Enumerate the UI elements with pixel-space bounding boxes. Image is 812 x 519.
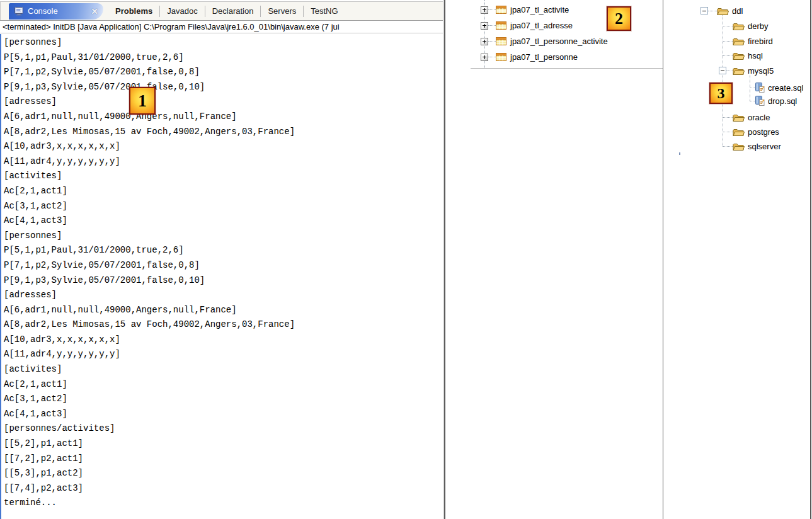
console-line: [personnes/activites] bbox=[4, 421, 443, 436]
file-tree-item[interactable]: drop.sql bbox=[664, 94, 810, 107]
tab-console[interactable]: Console ✕ bbox=[9, 3, 103, 20]
tree-branch bbox=[488, 25, 496, 26]
console-line: A[6,adr1,null,null,49000,Angers,null,Fra… bbox=[4, 110, 443, 125]
console-line: [[5,3],p1,act2] bbox=[4, 466, 443, 481]
console-line: terminé... bbox=[4, 496, 443, 511]
tab-javadoc[interactable]: Javadoc bbox=[160, 5, 204, 18]
console-line: [activites] bbox=[4, 169, 443, 184]
console-line: Ac[2,1,act1] bbox=[4, 377, 443, 392]
panel-divider bbox=[443, 0, 443, 519]
collapse-icon[interactable] bbox=[700, 7, 708, 14]
console-line: A[6,adr1,null,null,49000,Angers,null,Fra… bbox=[4, 303, 443, 318]
console-line: Ac[3,1,act2] bbox=[4, 392, 443, 407]
folder-name[interactable]: derby bbox=[748, 21, 769, 31]
expand-icon[interactable] bbox=[481, 22, 488, 30]
clip-edge bbox=[471, 68, 663, 69]
screenshot-root: Console ✕ Problems Javadoc Declaration S… bbox=[0, 0, 812, 519]
callout-badge-3: 3 bbox=[709, 83, 733, 104]
folder-tree-item[interactable]: firebird bbox=[664, 35, 810, 47]
db-tables-panel: jpa07_tl_activite jpa07_tl_adresse jpa07… bbox=[445, 0, 663, 519]
tree-branch bbox=[723, 41, 733, 42]
tree-branch bbox=[723, 55, 733, 56]
folder-name[interactable]: mysql5 bbox=[748, 66, 774, 76]
folder-name[interactable]: sqlserver bbox=[748, 142, 781, 151]
table-icon bbox=[496, 37, 506, 46]
tab-declaration[interactable]: Declaration bbox=[205, 5, 261, 18]
tree-branch bbox=[723, 117, 733, 118]
console-output[interactable]: [personnes] P[5,1,p1,Paul,31/01/2000,tru… bbox=[0, 34, 443, 519]
file-tree-item[interactable]: create.sql bbox=[664, 81, 810, 94]
folder-tree-item-ddl[interactable]: ddl bbox=[664, 4, 810, 17]
folder-icon bbox=[733, 113, 745, 122]
table-icon bbox=[496, 21, 506, 30]
console-line: P[7,1,p2,Sylvie,05/07/2001,false,0,8] bbox=[4, 65, 443, 80]
folder-name[interactable]: postgres bbox=[748, 127, 779, 137]
folder-icon bbox=[733, 51, 745, 60]
sql-file-icon bbox=[755, 96, 765, 106]
tab-console-label: Console bbox=[28, 6, 87, 16]
console-line: Ac[3,1,act2] bbox=[4, 199, 443, 214]
folder-name[interactable]: firebird bbox=[748, 37, 773, 46]
tree-branch bbox=[708, 11, 717, 11]
collapse-icon[interactable] bbox=[719, 67, 726, 74]
folder-tree-item[interactable]: hsql bbox=[664, 49, 810, 62]
folder-tree-item[interactable]: postgres bbox=[664, 125, 810, 138]
folder-open-icon bbox=[733, 66, 745, 76]
folder-icon bbox=[733, 142, 745, 151]
console-line: [[5,2],p1,act1] bbox=[4, 436, 443, 452]
console-line: A[11,adr4,y,y,y,y,y,y] bbox=[4, 347, 443, 362]
console-line: A[8,adr2,Les Mimosas,15 av Foch,49002,An… bbox=[4, 317, 443, 333]
callout-badge-1: 1 bbox=[129, 87, 156, 115]
console-tab-strip: Console ✕ Problems Javadoc Declaration S… bbox=[0, 2, 443, 20]
close-icon[interactable]: ✕ bbox=[91, 6, 98, 16]
console-status-line: <terminated> InitDB [Java Application] C… bbox=[0, 20, 443, 33]
expand-icon[interactable] bbox=[481, 6, 488, 14]
folder-icon bbox=[733, 127, 745, 137]
folder-tree-item[interactable]: derby bbox=[664, 20, 810, 32]
tree-branch bbox=[488, 57, 496, 57]
console-line: P[7,1,p2,Sylvie,05/07/2001,false,0,8] bbox=[4, 258, 443, 273]
folder-tree-item[interactable]: oracle bbox=[664, 111, 810, 123]
console-line: P[5,1,p1,Paul,31/01/2000,true,2,6] bbox=[4, 243, 443, 258]
sql-file-icon bbox=[755, 83, 765, 93]
console-line: [[7,4],p2,act3] bbox=[4, 481, 443, 496]
folder-icon bbox=[733, 21, 745, 31]
folder-tree-item-mysql5[interactable]: mysql5 bbox=[664, 64, 810, 77]
file-name[interactable]: create.sql bbox=[768, 83, 803, 93]
console-line: A[10,adr3,x,x,x,x,x,x] bbox=[4, 333, 443, 348]
folder-name[interactable]: hsql bbox=[748, 51, 763, 60]
console-line: Ac[4,1,act3] bbox=[4, 214, 443, 229]
folder-tree-item[interactable]: sqlserver bbox=[664, 140, 810, 152]
table-name[interactable]: jpa07_tl_adresse bbox=[510, 21, 573, 30]
console-line: [personnes] bbox=[4, 229, 443, 244]
console-line: [adresses] bbox=[4, 94, 443, 110]
console-line: P[5,1,p1,Paul,31/01/2000,true,2,6] bbox=[4, 50, 443, 66]
file-name[interactable]: drop.sql bbox=[768, 96, 797, 106]
console-line: [personnes] bbox=[4, 35, 443, 50]
console-line: Ac[2,1,act1] bbox=[4, 184, 443, 199]
ddl-files-panel: ddl derby firebird hsql mysql5 crea bbox=[664, 0, 810, 519]
folder-icon bbox=[733, 37, 745, 46]
expand-icon[interactable] bbox=[481, 38, 488, 45]
console-line: A[11,adr4,y,y,y,y,y,y] bbox=[4, 154, 443, 169]
console-line: [adresses] bbox=[4, 288, 443, 303]
folder-name[interactable]: ddl bbox=[732, 6, 743, 16]
table-name[interactable]: jpa07_tl_activite bbox=[510, 5, 569, 14]
tab-testng[interactable]: TestNG bbox=[304, 5, 345, 18]
callout-badge-2: 2 bbox=[607, 6, 631, 31]
table-name[interactable]: jpa07_tl_personne_activite bbox=[510, 37, 608, 46]
table-icon bbox=[496, 52, 506, 62]
tree-branch bbox=[488, 9, 496, 10]
folder-name[interactable]: oracle bbox=[748, 113, 770, 122]
tree-branch bbox=[723, 26, 733, 26]
table-name[interactable]: jpa07_tl_personne bbox=[510, 52, 578, 62]
table-tree-item[interactable]: jpa07_tl_personne bbox=[445, 49, 663, 65]
tree-branch bbox=[750, 101, 755, 101]
console-line: [[7,2],p2,act1] bbox=[4, 452, 443, 467]
table-icon bbox=[496, 5, 506, 14]
tab-servers[interactable]: Servers bbox=[261, 5, 303, 18]
tab-problems[interactable]: Problems bbox=[108, 5, 159, 18]
expand-icon[interactable] bbox=[481, 54, 488, 61]
table-tree-item[interactable]: jpa07_tl_personne_activite bbox=[445, 33, 663, 49]
tree-branch bbox=[723, 146, 733, 147]
